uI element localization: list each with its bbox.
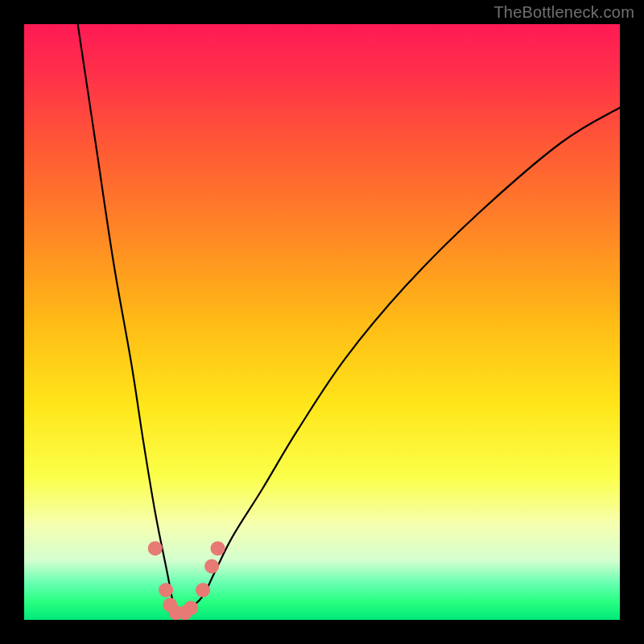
plot-area [24,24,620,620]
curve-marker [196,583,210,597]
watermark-text: TheBottleneck.com [493,3,634,22]
chart-frame: TheBottleneck.com [0,0,644,644]
curve-marker [184,601,198,615]
curve-markers [148,541,225,620]
bottleneck-curve [78,24,620,615]
curve-marker [159,583,173,597]
curve-layer [24,24,620,620]
curve-marker [148,541,163,555]
curve-marker [204,559,219,573]
curve-marker [211,541,225,555]
